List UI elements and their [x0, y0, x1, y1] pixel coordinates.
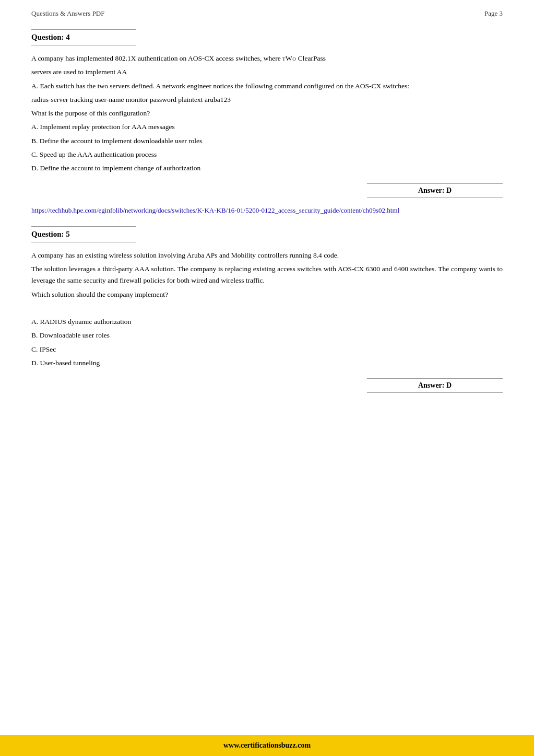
q4-option-c: C. Speed up the AAA authentication proce… [31, 149, 503, 160]
q5-option-a: A. RADIUS dynamic authorization [31, 316, 503, 328]
question-4-reference[interactable]: https://techhub.hpe.com/eginfolib/networ… [31, 205, 503, 216]
q5-line-1: A company has an existing wireless solut… [31, 250, 503, 261]
question-4-answer-text: Answer: D [418, 187, 452, 194]
q5-line-2: The solution leverages a third-party AAA… [31, 263, 503, 287]
question-5-answer-text: Answer: D [418, 381, 452, 389]
question-4-answer-block: Answer: D [31, 183, 503, 198]
q5-option-d: D. User-based tunneling [31, 357, 503, 369]
q5-option-c: C. IPSec [31, 344, 503, 355]
question-5-header: Question: 5 [31, 226, 136, 242]
question-5-answer-block: Answer: D [31, 378, 503, 393]
main-content: Question: 4 A company has implemented 80… [0, 24, 534, 445]
q4-line-1: A company has implemented 802.1X authent… [31, 53, 503, 64]
question-4-body: A company has implemented 802.1X authent… [31, 53, 503, 174]
header-left-label: Questions & Answers PDF [31, 9, 105, 18]
header-right-label: Page 3 [484, 9, 503, 18]
question-5-block: Question: 5 A company has an existing wi… [31, 226, 503, 393]
question-5-answer-box: Answer: D [367, 378, 503, 393]
question-4-answer-box: Answer: D [367, 183, 503, 198]
q4-line-4: radius-server tracking user-name monitor… [31, 94, 503, 106]
q5-line-3: Which solution should the company implem… [31, 289, 503, 300]
q5-spacer [31, 303, 503, 314]
q4-option-d: D. Define the account to implement chang… [31, 162, 503, 174]
q4-option-b: B. Define the account to implement downl… [31, 135, 503, 147]
q4-line-3: A. Each switch has the two servers defin… [31, 80, 503, 92]
q5-option-b: B. Downloadable user roles [31, 330, 503, 341]
question-5-title: Question: 5 [31, 230, 70, 238]
q4-line-2: servers are used to implement AA [31, 66, 503, 78]
page-footer: www.certificationsbuzz.com [0, 735, 534, 756]
question-4-header: Question: 4 [31, 29, 136, 45]
footer-text: www.certificationsbuzz.com [223, 741, 311, 749]
question-4-block: Question: 4 A company has implemented 80… [31, 29, 503, 216]
question-5-body: A company has an existing wireless solut… [31, 250, 503, 369]
page-header: Questions & Answers PDF Page 3 [0, 0, 534, 24]
question-4-title: Question: 4 [31, 33, 70, 41]
page-container: Questions & Answers PDF Page 3 Question:… [0, 0, 534, 756]
q4-line-5: What is the purpose of this configuratio… [31, 108, 503, 119]
q4-option-a: A. Implement replay protection for AAA m… [31, 121, 503, 133]
